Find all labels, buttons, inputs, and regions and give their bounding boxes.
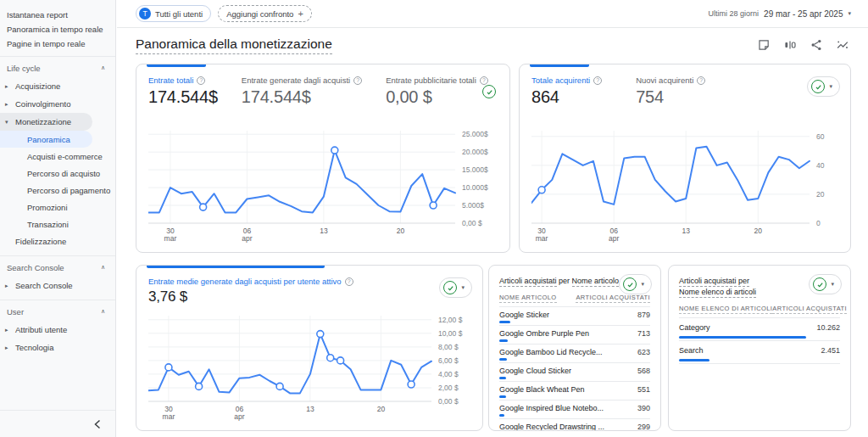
table-header: NOME ELENCO DI ARTICOLI ARTICOLI ACQUIST… xyxy=(679,305,840,318)
add-note-icon[interactable] xyxy=(757,38,771,52)
svg-text:20: 20 xyxy=(377,405,386,413)
sidebar-item-label: Monetizzazione xyxy=(15,117,71,126)
item-name: Category xyxy=(679,323,710,332)
table-row: Google Ombre Purple Pen713 xyxy=(499,326,650,345)
item-name: Google Recycled Drawstring ... xyxy=(499,423,604,431)
data-quality-dropdown[interactable]: ▾ xyxy=(809,274,842,294)
sidebar-item-label: Fidelizzazione xyxy=(15,237,66,246)
tab-nuovi-acquirenti[interactable]: Nuovi acquirenti? 754 xyxy=(636,76,705,107)
sidebar-item-label: Panoramica in tempo reale xyxy=(7,25,103,34)
sidebar-item-coinvolgimento[interactable]: ▸Coinvolgimento xyxy=(0,95,115,113)
item-value: 623 xyxy=(637,348,650,356)
sidebar-item-label: Acquisizione xyxy=(15,81,60,91)
help-icon[interactable]: ? xyxy=(197,76,205,85)
value-bar xyxy=(499,321,510,323)
triangle-down-icon: ▾ xyxy=(5,119,8,126)
sidebar-item-search-console[interactable]: ▸Search Console xyxy=(0,277,115,294)
svg-text:0,00 $: 0,00 $ xyxy=(462,219,482,227)
insights-icon[interactable] xyxy=(836,38,849,52)
sidebar-item-fidelizzazione[interactable]: Fidelizzazione xyxy=(0,233,115,250)
active-tab-indicator xyxy=(147,266,325,268)
column-header[interactable]: ARTICOLI ACQUISTATI xyxy=(772,305,847,314)
all-users-segment-chip[interactable]: T Tutti gli utenti xyxy=(136,5,211,22)
data-quality-dropdown[interactable]: ▾ xyxy=(619,274,652,294)
sidebar-item-attributi-utente[interactable]: ▸Attributi utente xyxy=(0,321,115,339)
item-value: 299 xyxy=(637,423,650,431)
edit-comparisons-icon[interactable] xyxy=(783,38,797,52)
sidebar-item-panoramica-in-tempo-reale[interactable]: Panoramica in tempo reale xyxy=(0,22,115,36)
table-row: Google Bamboo Lid Recycle...623 xyxy=(499,345,650,363)
tab-entrate-acquisti[interactable]: Entrate generate dagli acquisti? 174.544… xyxy=(242,76,362,107)
arpu-card: Entrate medie generate dagli acquisti pe… xyxy=(136,265,483,431)
total-revenue-card: Entrate totali? 174.544$ Entrate generat… xyxy=(136,64,510,253)
column-header[interactable]: NOME ELENCO DI ARTICOLI xyxy=(679,305,772,314)
table-row: Google Cloud Sticker568 xyxy=(499,363,650,382)
help-icon[interactable]: ? xyxy=(697,76,705,85)
sidebar-section-header[interactable]: User∧ xyxy=(0,302,115,321)
data-quality-dropdown[interactable]: ▾ xyxy=(807,76,840,97)
value-bar xyxy=(499,414,504,417)
item-name: Google Sticker xyxy=(499,311,549,319)
svg-text:20: 20 xyxy=(816,190,825,199)
sidebar-item-monetizzazione[interactable]: ▾Monetizzazione xyxy=(0,113,92,131)
column-header[interactable]: ARTICOLI ACQUISTATI xyxy=(576,294,650,303)
value-bar xyxy=(499,395,506,398)
comparison-bar: T Tutti gli utenti Aggiungi confronto + … xyxy=(117,0,868,28)
sidebar-section-header[interactable]: Life cycle∧ xyxy=(0,59,115,77)
table-row: Category10.262 xyxy=(679,318,840,341)
items-table: Google Sticker879Google Ombre Purple Pen… xyxy=(499,307,650,431)
tab-entrate-pubblicitarie[interactable]: Entrate pubblicitarie totali? 0,00 $ xyxy=(386,76,488,107)
sidebar-item-label: Panoramica xyxy=(27,135,70,144)
svg-text:60: 60 xyxy=(816,132,825,141)
metric-label: Entrate medie generate dagli acquisti pe… xyxy=(148,277,342,286)
data-quality-dropdown[interactable]: ▾ xyxy=(439,277,472,298)
sidebar-section-header[interactable]: Search Console∧ xyxy=(0,258,115,277)
sidebar-item-promozioni[interactable]: Promozioni xyxy=(0,199,115,216)
sidebar-item-panoramica[interactable]: Panoramica xyxy=(0,131,92,148)
ga4-monetization-overview: Istantanea reportPanoramica in tempo rea… xyxy=(0,0,868,437)
share-icon[interactable] xyxy=(810,38,823,52)
sidebar-item-percorso-di-acquisto[interactable]: Percorso di acquisto xyxy=(0,165,115,182)
data-quality-icon[interactable] xyxy=(482,85,496,98)
item-value: 551 xyxy=(637,385,650,394)
add-comparison-chip[interactable]: Aggiungi confronto + xyxy=(218,5,312,22)
table-row: Google Recycled Drawstring ...299 xyxy=(499,419,650,431)
sidebar-item-acquisti-e-commerce[interactable]: Acquisti e-commerce xyxy=(0,148,115,165)
sidebar-item-transazioni[interactable]: Transazioni xyxy=(0,216,115,233)
svg-text:20.000$: 20.000$ xyxy=(462,148,488,156)
tab-totale-acquirenti[interactable]: Totale acquirenti? 864 xyxy=(531,76,602,107)
help-icon[interactable]: ? xyxy=(353,76,362,85)
table-header: NOME ARTICOLO ARTICOLI ACQUISTATI xyxy=(499,294,650,307)
sidebar-collapse-button[interactable] xyxy=(0,410,115,437)
value-bar xyxy=(499,377,506,379)
check-circle-icon xyxy=(443,281,457,294)
item-name: Search xyxy=(679,346,704,355)
svg-text:8,00 $: 8,00 $ xyxy=(438,343,459,351)
item-name: Google Ombre Purple Pen xyxy=(499,329,589,338)
item-list-table: Category10.262Search2.451 xyxy=(679,318,840,364)
help-icon[interactable]: ? xyxy=(480,76,488,85)
sidebar-item-label: Promozioni xyxy=(27,203,68,212)
sidebar-item-istantanea-report[interactable]: Istantanea report xyxy=(0,8,115,22)
metric-value: 3,76 $ xyxy=(148,289,353,305)
sidebar-item-tecnologia[interactable]: ▸Tecnologia xyxy=(0,339,115,356)
sidebar-item-pagine-in-tempo-reale[interactable]: Pagine in tempo reale xyxy=(0,36,115,51)
value-bar xyxy=(679,336,806,339)
triangle-right-icon: ▸ xyxy=(5,345,8,351)
help-icon[interactable]: ? xyxy=(345,277,353,286)
svg-text:6,00 $: 6,00 $ xyxy=(438,356,459,365)
sidebar-item-label: Transazioni xyxy=(27,220,69,229)
date-range-picker[interactable]: Ultimi 28 giorni 29 mar - 25 apr 2025 ▾ xyxy=(709,9,851,19)
chevron-down-icon: ▾ xyxy=(831,281,834,288)
sidebar-section-search-console: Search Console∧▸Search Console xyxy=(0,255,115,294)
tab-entrate-medie[interactable]: Entrate medie generate dagli acquisti pe… xyxy=(148,277,353,305)
report-nav-sidebar: Istantanea reportPanoramica in tempo rea… xyxy=(0,0,116,437)
sidebar-item-acquisizione[interactable]: ▸Acquisizione xyxy=(0,77,115,95)
sidebar-item-percorso-di-pagamento[interactable]: Percorso di pagamento xyxy=(0,182,115,199)
metric-label: Entrate pubblicitarie totali xyxy=(386,76,476,85)
tab-entrate-totali[interactable]: Entrate totali? 174.544$ xyxy=(148,76,218,107)
purchasers-chart: 604020030mar06apr1320 xyxy=(531,126,840,249)
chevron-left-icon xyxy=(93,419,102,429)
column-header[interactable]: NOME ARTICOLO xyxy=(499,294,557,303)
help-icon[interactable]: ? xyxy=(593,76,602,85)
